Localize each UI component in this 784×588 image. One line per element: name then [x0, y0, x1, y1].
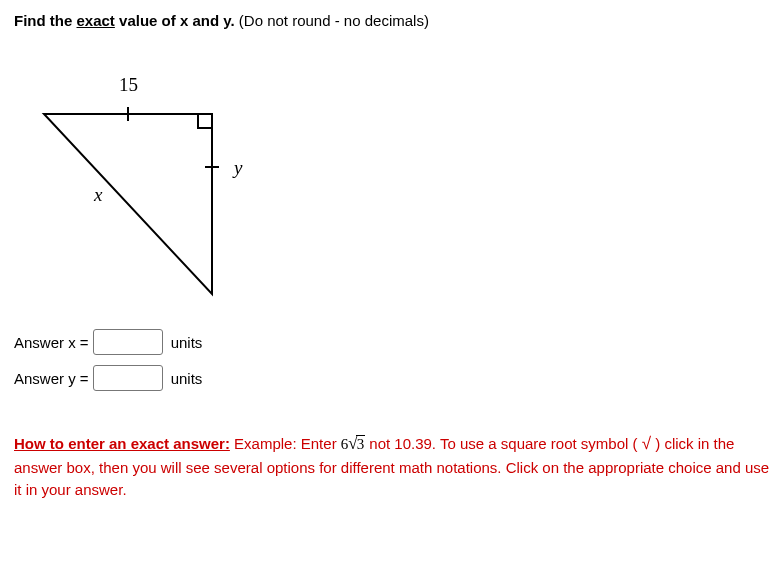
- answer-x-label: Answer x =: [14, 334, 89, 351]
- answer-y-units: units: [171, 370, 203, 387]
- label-top-side: 15: [119, 74, 138, 96]
- svg-marker-0: [44, 114, 212, 294]
- label-hypotenuse: x: [94, 184, 102, 206]
- answer-x-units: units: [171, 334, 203, 351]
- answer-y-row: Answer y = units: [14, 365, 770, 391]
- howto-note: How to enter an exact answer: Example: E…: [14, 431, 770, 502]
- label-right-side: y: [234, 157, 242, 179]
- prompt-emph: exact: [77, 12, 115, 29]
- triangle-figure: 15 x y: [14, 39, 294, 319]
- howto-radicand: 3: [356, 435, 366, 452]
- answer-y-input[interactable]: [93, 365, 163, 391]
- prompt-tail: value of x and y.: [115, 12, 235, 29]
- triangle-svg: [14, 39, 294, 319]
- prompt-lead: Find the: [14, 12, 77, 29]
- howto-example-pre: Example: Enter: [230, 435, 341, 452]
- answer-x-row: Answer x = units: [14, 329, 770, 355]
- howto-example-post: not 10.39. To use a square root symbol (: [365, 435, 642, 452]
- sqrt-icon: √: [642, 434, 651, 453]
- question-prompt: Find the exact value of x and y. (Do not…: [14, 12, 770, 29]
- answer-x-input[interactable]: [93, 329, 163, 355]
- howto-title: How to enter an exact answer:: [14, 435, 230, 452]
- prompt-paren: (Do not round - no decimals): [235, 12, 429, 29]
- howto-sqrt-example: 6√3: [341, 436, 365, 452]
- answer-y-label: Answer y =: [14, 370, 89, 387]
